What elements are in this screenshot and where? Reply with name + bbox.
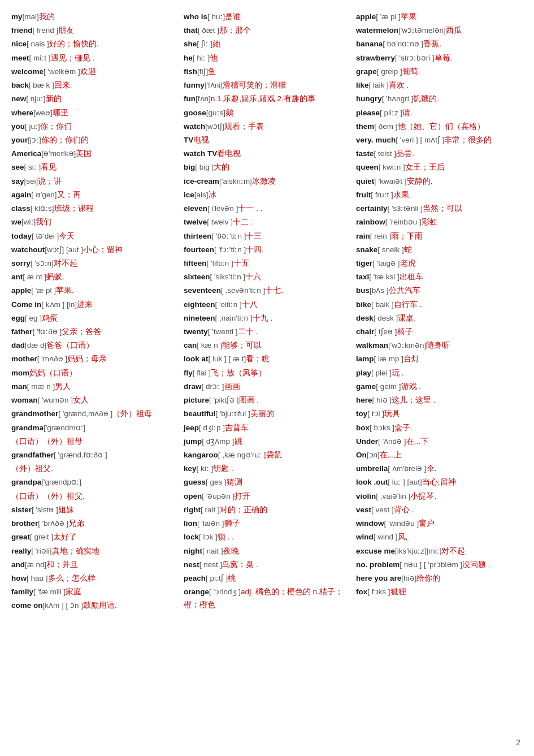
phonetic: [ tə'dei ] <box>32 232 59 240</box>
list-item: box[ bɔks ]盒子. <box>356 421 523 434</box>
phonetic: ['grændmɑː] <box>44 424 85 432</box>
english-word: egg <box>11 314 25 322</box>
list-item: here[ hiə ]这儿；这里 . <box>356 394 523 407</box>
chinese-meaning: 随身听 <box>426 341 450 349</box>
chinese-meaning: 是谁 <box>225 12 241 21</box>
list-item: taste[ teist ]品尝. <box>356 147 523 160</box>
list-item: woman[ 'wumən ]女人 <box>11 394 178 407</box>
chinese-meaning: 对不起 <box>441 547 465 555</box>
chinese-meaning: 狐狸 <box>390 587 406 596</box>
phonetic: [ big ] <box>195 163 214 171</box>
phonetic: [ 'brʌðə ] <box>38 519 68 528</box>
english-word: jeep <box>184 424 199 432</box>
list-item: excuse me[iks'kjuːz][miː]对不起 <box>356 545 523 558</box>
english-word: fish <box>184 67 197 76</box>
chinese-meaning: 他 <box>210 54 218 62</box>
chinese-meaning: 多么；怎么样 <box>48 574 95 582</box>
english-word: father <box>11 327 33 336</box>
column-2: who is[ huː]是谁that[ ðæt ]那；那个she[ ʃiː ]她… <box>184 10 350 613</box>
phonetic: [kʌm ] [ ɔn ] <box>43 601 84 610</box>
phonetic: [ 'əupən ] <box>202 492 235 500</box>
chinese-meaning: 大的 <box>214 163 229 171</box>
list-item: class[ klɑːs]班级；课程 <box>11 202 178 215</box>
english-word: today <box>11 232 32 240</box>
chinese-meaning: 背心 . <box>394 506 414 514</box>
english-word: sixteen <box>184 273 210 281</box>
english-word: taste <box>356 149 374 158</box>
column-3: apple[ 'æ pl ]苹果watermelon['wɔːtəmelən]西… <box>356 10 523 613</box>
chinese-meaning: 非常；很多的 <box>444 136 492 144</box>
english-word: where <box>11 109 33 117</box>
phonetic: [ 'æ pl ] <box>376 12 401 21</box>
english-word: nice <box>11 40 27 48</box>
english-word: TV <box>184 136 193 144</box>
list-item: quiet[ 'kwaiət ]安静的. <box>356 175 523 188</box>
phonetic: [ɔn] <box>367 451 380 459</box>
chinese-meaning: 钥匙 . <box>213 464 233 473</box>
english-word: taxi <box>356 273 369 281</box>
list-item: see[ siː ]看见 <box>11 161 178 174</box>
phonetic: [ greip ] <box>377 67 402 76</box>
english-word: big <box>184 163 195 171</box>
chinese-meaning: 冰 <box>209 191 216 199</box>
list-item: look at[ luk ] [ æ t]看；瞧 <box>184 352 350 365</box>
english-word: very. much <box>356 136 396 144</box>
chinese-meaning: 我的 <box>39 12 55 21</box>
list-item: rainbow[ 'reinbəu ]彩虹 <box>356 215 523 228</box>
english-word: strawberry <box>356 54 395 62</box>
phonetic: [ frend ] <box>33 26 59 34</box>
chinese-meaning: 香蕉. <box>423 40 441 48</box>
phonetic: [ 'riəli] <box>31 547 51 555</box>
list-item: night[ nait ]夜晚 <box>184 545 350 558</box>
chinese-meaning: 风, <box>398 533 408 541</box>
english-word: lion <box>184 519 197 528</box>
chinese-meaning: 姐妹 <box>58 506 74 514</box>
chinese-meaning: 苹果 <box>401 12 416 21</box>
list-item: here you are[hiə]给你的 <box>356 572 523 585</box>
english-word: vest <box>356 506 371 514</box>
chinese-meaning: 蚂蚁. <box>46 273 64 281</box>
english-word: On <box>356 451 367 459</box>
chinese-meaning: 蛇 <box>404 245 412 254</box>
list-item: game[ geim ]游戏 . <box>356 380 523 393</box>
chinese-meaning: 玩 . <box>392 369 404 377</box>
list-item: kangaroo[ ,kæ ngə'ruː ]袋鼠 <box>184 448 350 461</box>
list-item: （口语）（外）祖母 <box>11 435 178 448</box>
list-item: and[æ nd]和；并且 <box>11 558 178 571</box>
list-item: he[ hiː ]他 <box>184 51 350 64</box>
chinese-meaning: 十五 <box>233 259 249 267</box>
phonetic: [ 'twenti ] <box>208 327 238 336</box>
english-word: certainly <box>356 204 388 213</box>
chinese-meaning: 玩具 <box>384 409 400 418</box>
chinese-meaning: 椅子 <box>397 327 413 336</box>
phonetic: [ tɔi ] <box>367 409 384 418</box>
phonetic: ['wɔːtəmelən] <box>398 26 446 34</box>
english-word: lamp <box>356 355 374 363</box>
chinese-meaning: 男人 <box>55 382 71 391</box>
english-word: again <box>11 191 31 199</box>
english-word: grandfather <box>11 451 54 459</box>
chinese-meaning: 家庭 <box>66 587 81 596</box>
phonetic: [ ,kæ ngə'ruː ] <box>218 451 266 459</box>
phonetic: [bʌs ] <box>370 286 389 295</box>
phonetic: [ bə'nɑːnə ] <box>383 40 423 48</box>
phonetic: [ ʌm'brelə ] <box>388 464 426 473</box>
english-word: my <box>11 12 23 21</box>
list-item: big[ big ]大的 <box>184 161 350 174</box>
english-word: mom <box>11 369 29 377</box>
list-item: like[ laik ]喜欢 . <box>356 79 523 92</box>
chinese-meaning: 看电视 <box>217 149 241 158</box>
list-item: ant[ æ nt ]蚂蚁. <box>11 270 178 283</box>
chinese-meaning: 游戏 . <box>401 382 422 391</box>
list-item: fruit[ fruːt ]水果. <box>356 188 523 201</box>
list-item: lock[ lɔk ]锁 . . <box>184 530 350 543</box>
chinese-meaning: 雨；下雨 <box>391 232 423 240</box>
list-item: how[ hau ]多么；怎么样 <box>11 572 178 585</box>
english-word: apple <box>11 286 31 295</box>
chinese-meaning: 自行车 . <box>394 300 422 309</box>
list-item: picture[ 'piktʃə ]图画 . <box>184 394 350 407</box>
english-word: man <box>11 382 27 391</box>
list-item: new[ njuː]新的 <box>11 92 178 105</box>
chinese-meaning: 我们 <box>36 218 51 226</box>
list-item: thirteen[ 'θəː'tiːn ]十三 <box>184 230 350 243</box>
